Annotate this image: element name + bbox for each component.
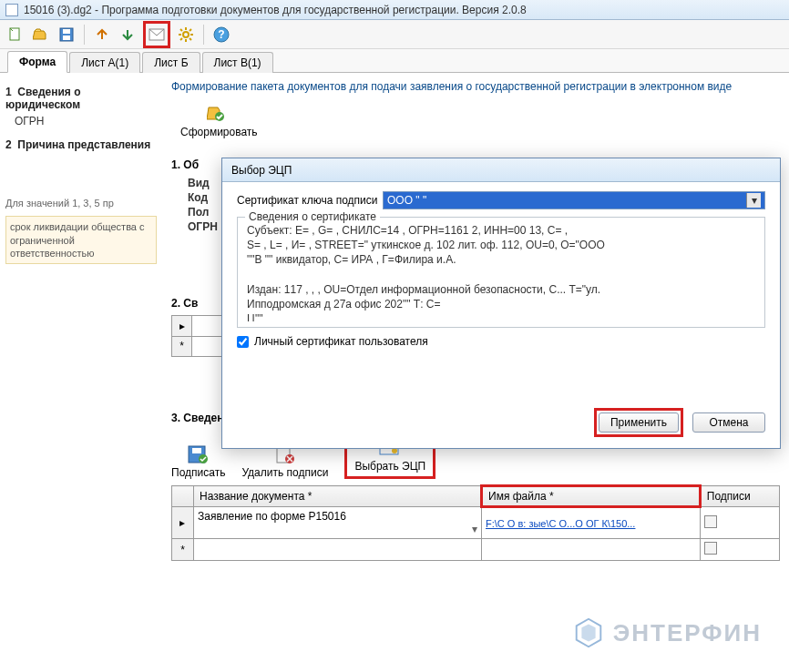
doc-name-input[interactable] xyxy=(198,510,477,523)
svg-point-5 xyxy=(183,32,189,37)
generate-icon xyxy=(207,104,231,124)
sign-button[interactable]: Подписать xyxy=(171,444,225,479)
toolbar-separator xyxy=(203,25,204,45)
window-title: 15016 (3).dg2 - Программа подготовки док… xyxy=(24,4,527,16)
tab-sheet-a1[interactable]: Лист А(1) xyxy=(69,52,140,73)
svg-rect-2 xyxy=(63,29,70,34)
col-doc-name[interactable]: Название документа * xyxy=(193,486,481,507)
svg-line-13 xyxy=(190,29,191,31)
row-marker-new: * xyxy=(172,539,194,561)
personal-cert-label: Личный сертификат пользователя xyxy=(254,335,428,348)
table-row-new[interactable]: * xyxy=(172,539,780,561)
file-link[interactable]: F:\С О в: зые\С О...О ОГ К\150... xyxy=(486,518,635,529)
svg-line-11 xyxy=(190,38,191,40)
svg-line-10 xyxy=(180,29,182,31)
mail-button-highlight xyxy=(143,21,170,48)
cert-details-text: Субъект: E= , G= , СНИЛС=14 , ОГРН=1161 … xyxy=(247,223,755,321)
svg-line-12 xyxy=(180,38,182,40)
documents-table: Название документа * Имя файла * Подписи… xyxy=(171,484,780,561)
export-button[interactable] xyxy=(92,25,112,45)
apply-button[interactable]: Применить xyxy=(599,412,679,433)
svg-marker-27 xyxy=(581,625,595,642)
left-sidebar: 1 Сведения о юридическом ОГРН 2 Причина … xyxy=(0,73,162,672)
save-button[interactable] xyxy=(56,25,77,45)
tab-form[interactable]: Форма xyxy=(7,51,67,73)
dialog-title: Выбор ЭЦП xyxy=(231,164,292,177)
svg-rect-3 xyxy=(63,36,70,40)
svg-rect-18 xyxy=(192,448,201,453)
main-toolbar: ? xyxy=(0,20,789,49)
dropdown-arrow-icon[interactable]: ▾ xyxy=(472,523,477,535)
col-marker xyxy=(172,486,194,507)
watermark-logo-icon xyxy=(571,616,606,650)
sidebar-section-2[interactable]: 2 Причина представления xyxy=(5,138,157,151)
new-doc-button[interactable] xyxy=(5,25,26,45)
signature-checkbox[interactable] xyxy=(704,542,717,555)
generate-button[interactable]: Сформировать xyxy=(171,100,267,142)
signature-cell[interactable] xyxy=(700,507,779,539)
cert-details-legend: Сведения о сертификате xyxy=(245,210,380,223)
doc-name-cell[interactable]: ▾ xyxy=(193,507,481,539)
import-button[interactable] xyxy=(118,25,138,45)
mail-button[interactable] xyxy=(147,25,167,45)
apply-button-highlight: Применить xyxy=(594,408,683,437)
open-button[interactable] xyxy=(31,25,51,45)
delete-signatures-button[interactable]: Удалить подписи xyxy=(241,444,328,479)
svg-marker-26 xyxy=(577,619,601,647)
dropdown-arrow-icon[interactable]: ▾ xyxy=(746,193,761,208)
app-icon xyxy=(5,4,18,16)
watermark: ЭНТЕРФИН xyxy=(571,616,762,650)
file-name-cell[interactable]: F:\С О в: зые\С О...О ОГ К\150... xyxy=(482,507,701,539)
personal-cert-checkbox[interactable] xyxy=(237,336,249,348)
cert-selected-value: ООО " " xyxy=(387,194,426,207)
dialog-title-bar[interactable]: Выбор ЭЦП xyxy=(222,158,780,182)
page-title: Формирование пакета документов для подач… xyxy=(171,80,780,93)
sidebar-warning: срок ликвидации общества с ограниченной … xyxy=(5,216,157,264)
sidebar-note: Для значений 1, 3, 5 пр xyxy=(5,197,157,210)
document-tabs: Форма Лист А(1) Лист Б Лист В(1) xyxy=(0,49,789,73)
select-ecp-dialog: Выбор ЭЦП Сертификат ключа подписи ООО "… xyxy=(221,158,781,449)
row-marker: ▸ xyxy=(172,316,192,337)
tab-sheet-b[interactable]: Лист Б xyxy=(142,52,200,73)
col-signatures[interactable]: Подписи xyxy=(700,486,779,507)
cert-combobox[interactable]: ООО " " ▾ xyxy=(383,191,765,209)
sidebar-section-1-sub[interactable]: ОГРН xyxy=(5,115,157,127)
table-row[interactable]: ▸ ▾ F:\С О в: зые\С О...О ОГ К\150... xyxy=(172,507,780,539)
cert-details-group: Сведения о сертификате Субъект: E= , G= … xyxy=(237,217,765,328)
row-marker: ▸ xyxy=(172,507,194,539)
signature-checkbox[interactable] xyxy=(704,515,717,528)
cert-key-label: Сертификат ключа подписи xyxy=(237,194,383,207)
row-marker-new: * xyxy=(172,336,192,357)
cancel-button[interactable]: Отмена xyxy=(692,412,765,433)
tab-sheet-v1[interactable]: Лист В(1) xyxy=(202,52,273,73)
sidebar-section-1[interactable]: 1 Сведения о юридическом xyxy=(5,86,157,111)
toolbar-separator xyxy=(84,25,85,45)
help-button[interactable]: ? xyxy=(211,25,231,45)
window-title-bar: 15016 (3).dg2 - Программа подготовки док… xyxy=(0,0,789,20)
col-file-name[interactable]: Имя файла * xyxy=(482,486,701,507)
svg-text:?: ? xyxy=(218,28,224,41)
watermark-text: ЭНТЕРФИН xyxy=(613,619,762,647)
save-disk-icon xyxy=(187,444,210,464)
generate-label: Сформировать xyxy=(180,126,258,138)
settings-button[interactable] xyxy=(176,25,196,45)
